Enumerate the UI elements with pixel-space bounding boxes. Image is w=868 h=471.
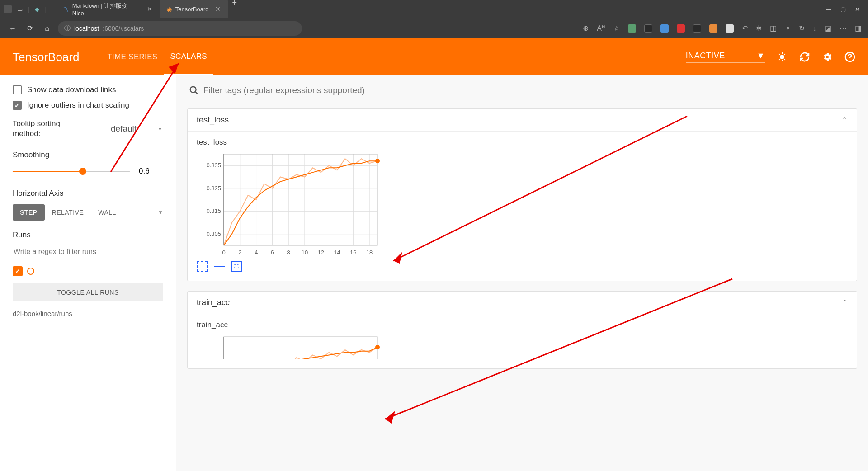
back-button[interactable]: ← xyxy=(6,22,19,35)
brightness-icon[interactable] xyxy=(777,52,788,62)
download-icon[interactable]: ↓ xyxy=(813,24,816,33)
chart-title: test_loss xyxy=(197,138,848,147)
tab-title: Markdown | 让排版变 Nice xyxy=(72,2,141,17)
card-header[interactable]: test_loss ⌃ xyxy=(188,109,857,132)
log-scale-icon[interactable] xyxy=(214,261,225,272)
info-icon[interactable]: ⓘ xyxy=(64,24,71,33)
sidebar-icon[interactable]: ◨ xyxy=(855,24,862,33)
ext-icon[interactable]: ◆ xyxy=(35,6,39,13)
tab-close-icon[interactable]: ✕ xyxy=(215,5,221,13)
tag-filter-input[interactable] xyxy=(203,85,855,95)
toggle-all-runs-button[interactable]: TOGGLE ALL RUNS xyxy=(13,283,163,301)
url-host: localhost xyxy=(74,25,99,32)
home-button[interactable]: ⌂ xyxy=(41,22,53,35)
fit-domain-icon[interactable]: ⛶ xyxy=(231,261,242,272)
refresh-button[interactable]: ⟳ xyxy=(24,22,36,35)
tooltip-sort-select[interactable]: default xyxy=(109,123,163,135)
svg-text:10: 10 xyxy=(302,249,308,256)
help-icon[interactable] xyxy=(844,52,855,62)
ext-icon[interactable]: ↶ xyxy=(742,24,748,33)
collections-icon[interactable]: ✧ xyxy=(785,24,791,33)
ext-icon[interactable] xyxy=(644,24,652,33)
extensions-icon[interactable]: ✲ xyxy=(756,24,762,33)
tensorboard-app: TensorBoard TIME SERIES SCALARS INACTIVE… xyxy=(0,38,868,471)
haxis-relative-button[interactable]: RELATIVE xyxy=(45,204,91,221)
ext-icon[interactable] xyxy=(693,24,701,33)
new-tab-button[interactable]: + xyxy=(228,0,242,20)
browser-tab-2[interactable]: ◉ TensorBoard ✕ xyxy=(160,0,228,20)
chevron-down-icon: ▼ xyxy=(757,51,765,61)
reader-icon[interactable]: Aᴺ xyxy=(597,24,605,33)
run-name: . xyxy=(39,267,41,275)
chart-test-loss[interactable]: 0246810121416180.8050.8150.8250.835 xyxy=(197,150,382,258)
favorite-icon[interactable]: ☆ xyxy=(613,24,620,33)
tab-overview-icon[interactable]: ▭ xyxy=(17,6,23,13)
maximize-button[interactable]: ▢ xyxy=(840,6,846,13)
show-download-checkbox[interactable]: Show data download links xyxy=(13,85,163,94)
run-item[interactable]: ✓ . xyxy=(13,266,163,276)
tab-favicon: 〽 xyxy=(63,6,69,13)
main-content: test_loss ⌃ test_loss 0246810121416180.8… xyxy=(176,75,868,471)
tab-title: TensorBoard xyxy=(175,6,209,13)
history-icon[interactable]: ↻ xyxy=(799,24,805,33)
svg-text:18: 18 xyxy=(366,249,373,256)
svg-text:0.805: 0.805 xyxy=(206,231,221,237)
sidebar: Show data download links Ignore outliers… xyxy=(0,75,176,471)
svg-point-39 xyxy=(375,345,380,349)
smoothing-slider[interactable] xyxy=(13,171,130,172)
card-test-loss: test_loss ⌃ test_loss 0246810121416180.8… xyxy=(187,108,857,281)
section-title: test_loss xyxy=(197,115,229,125)
runs-filter-input[interactable] xyxy=(13,245,163,259)
ext-icon[interactable] xyxy=(660,24,669,33)
more-icon[interactable]: ⋯ xyxy=(840,24,847,33)
card-header[interactable]: train_acc ⌃ xyxy=(188,292,857,314)
browser-tab-1[interactable]: 〽 Markdown | 让排版变 Nice ✕ xyxy=(56,0,160,20)
inactive-plugins-select[interactable]: INACTIVE ▼ xyxy=(686,51,765,63)
smoothing-value[interactable]: 0.6 xyxy=(138,166,163,177)
tab-close-icon[interactable]: ✕ xyxy=(147,5,152,13)
svg-text:2: 2 xyxy=(238,249,241,256)
svg-text:0.825: 0.825 xyxy=(206,185,221,192)
expand-icon[interactable] xyxy=(197,261,208,272)
app-icon[interactable]: ◪ xyxy=(825,24,831,33)
tab-scalars[interactable]: SCALARS xyxy=(164,39,213,75)
svg-text:16: 16 xyxy=(350,249,356,256)
ignore-outliers-checkbox[interactable]: Ignore outliers in chart scaling xyxy=(13,101,163,110)
minimize-button[interactable]: — xyxy=(826,6,831,13)
reload-icon[interactable] xyxy=(799,52,810,62)
tooltip-sort-label: Tooltip sorting method: xyxy=(13,119,80,139)
logdir-path: d2l-book/linear/runs xyxy=(13,310,163,317)
browser-chrome: ▭ | ◆ | 〽 Markdown | 让排版变 Nice ✕ ◉ Tenso… xyxy=(0,0,868,38)
svg-point-0 xyxy=(780,55,784,59)
chevron-up-icon: ⌃ xyxy=(842,116,848,124)
svg-text:12: 12 xyxy=(318,249,324,256)
chart-train-acc[interactable]: 0.85 xyxy=(197,332,382,359)
ext-icon[interactable] xyxy=(677,24,685,33)
settings-icon[interactable] xyxy=(822,52,833,62)
ext-icon[interactable] xyxy=(628,24,636,33)
haxis-wall-button[interactable]: WALL xyxy=(91,204,123,221)
haxis-step-button[interactable]: STEP xyxy=(13,204,45,221)
svg-rect-37 xyxy=(224,337,377,359)
titlebar: ▭ | ◆ | 〽 Markdown | 让排版变 Nice ✕ ◉ Tenso… xyxy=(0,0,868,18)
svg-text:0.815: 0.815 xyxy=(206,207,221,214)
inactive-label: INACTIVE xyxy=(686,51,725,61)
close-window-button[interactable]: ✕ xyxy=(855,6,860,13)
haxis-more-icon[interactable]: ▼ xyxy=(158,209,163,216)
svg-text:0.835: 0.835 xyxy=(206,162,221,169)
ext-icon[interactable] xyxy=(726,24,734,33)
haxis-label: Horizontal Axis xyxy=(13,189,163,198)
tab-time-series[interactable]: TIME SERIES xyxy=(101,40,164,74)
search-icon xyxy=(189,85,199,95)
ext-icon[interactable] xyxy=(709,24,717,33)
split-icon[interactable]: ◫ xyxy=(770,24,777,33)
card-train-acc: train_acc ⌃ train_acc 0.85 xyxy=(187,291,857,369)
runs-label: Runs xyxy=(13,231,163,240)
zoom-icon[interactable]: ⊕ xyxy=(583,24,589,33)
svg-point-34 xyxy=(375,159,380,163)
svg-text:4: 4 xyxy=(255,249,258,256)
run-checkbox-icon[interactable]: ✓ xyxy=(13,266,23,276)
svg-point-1 xyxy=(826,56,829,58)
address-field[interactable]: ⓘ localhost:6006/#scalars xyxy=(58,21,302,36)
svg-text:14: 14 xyxy=(334,249,340,256)
